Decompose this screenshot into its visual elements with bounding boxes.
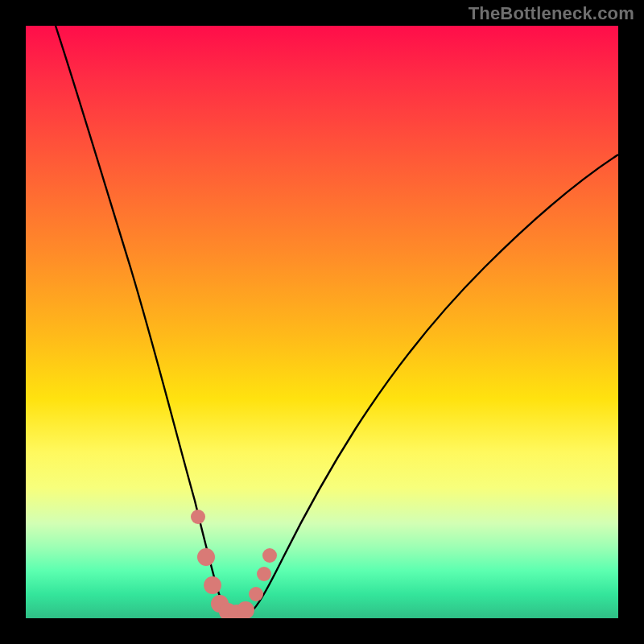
marker-layer xyxy=(191,510,277,618)
marker-dot xyxy=(237,601,254,618)
curve-layer xyxy=(56,26,618,616)
marker-dot xyxy=(249,587,263,601)
watermark-text: TheBottleneck.com xyxy=(469,3,634,24)
bottleneck-curve-path xyxy=(56,26,618,616)
marker-dot xyxy=(191,510,205,524)
marker-dot xyxy=(257,567,271,581)
marker-dot xyxy=(204,576,221,594)
marker-dot xyxy=(197,548,215,566)
bottleneck-chart-svg xyxy=(26,26,618,618)
chart-frame: TheBottleneck.com xyxy=(0,0,644,644)
marker-dot xyxy=(262,548,277,563)
